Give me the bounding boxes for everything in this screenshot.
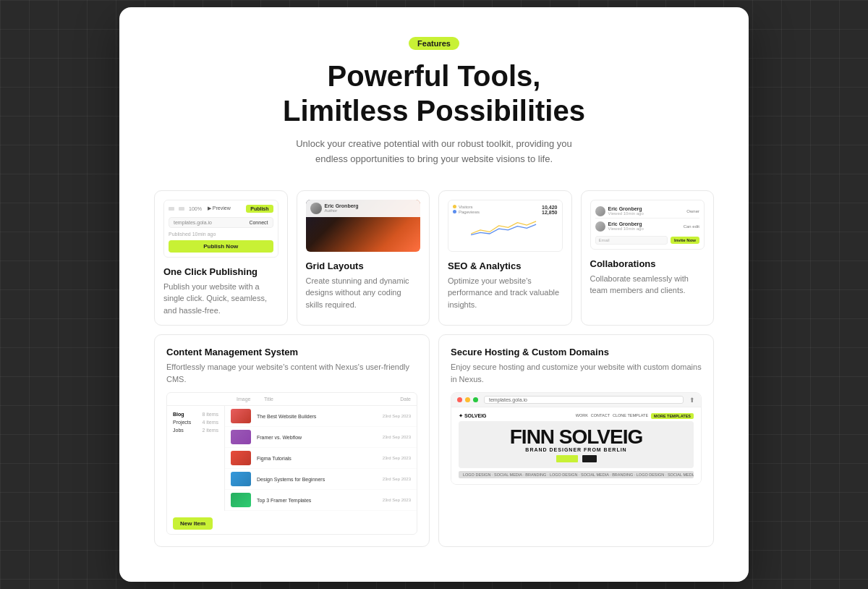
- pub-meta: Published 10min ago: [169, 232, 273, 237]
- pub-connect-btn[interactable]: Connect: [249, 220, 268, 225]
- hosting-hero-subtitle: BRAND DESIGNER FROM BERLIN: [464, 447, 688, 452]
- pub-percent: 100%: [189, 206, 202, 211]
- hosting-share-icon[interactable]: ⬆: [689, 397, 695, 404]
- card-title-cms: Content Management System: [166, 347, 417, 357]
- feature-card-collab: Eric Gronberg Viewed 10min ago Owner Eri…: [581, 190, 715, 326]
- maximize-icon[interactable]: [473, 397, 478, 402]
- card-title-seo: SEO & Analytics: [448, 260, 563, 271]
- card-desc-seo: Optimize your website's performance and …: [448, 275, 563, 311]
- cms-content: The Best Website Builders 23rd Sep 2023 …: [225, 406, 417, 511]
- cms-sidebar-blog[interactable]: Blog 8 items: [173, 410, 218, 418]
- minimize-icon[interactable]: [465, 397, 470, 402]
- seo-visitors-label: Visitors: [459, 205, 473, 209]
- cms-preview: Image Title Date Blog 8 items Projects 4…: [166, 392, 417, 535]
- card-desc-collab: Collaborate seamlessly with team members…: [590, 273, 705, 297]
- seo-pageviews-label: Pageviews: [459, 210, 480, 214]
- publishing-preview: 100% ▶ Preview Publish templates.gola.io…: [163, 200, 278, 258]
- grid-author-name: Eric Gronberg: [325, 203, 359, 208]
- collab-user2-time: Viewed 10min ago: [608, 226, 681, 231]
- close-icon[interactable]: [457, 397, 462, 402]
- cms-row: Framer vs. Webflow 23rd Sep 2023: [225, 427, 417, 448]
- hosting-site-logo: ✦ SOLVEIG: [459, 413, 487, 419]
- cms-sidebar: Blog 8 items Projects 4 items Jobs 2 ite…: [167, 406, 225, 511]
- card-title-hosting: Secure Hosting & Custom Domains: [451, 347, 702, 357]
- pub-preview-btn[interactable]: ▶ Preview: [208, 205, 231, 211]
- feature-card-grid: Eric Gronberg Author Grid Layouts Create…: [297, 190, 430, 326]
- seo-preview: Visitors Pageviews 10,420 12,850: [448, 200, 563, 252]
- card-title-grid: Grid Layouts: [306, 260, 421, 271]
- pub-now-btn[interactable]: Publish Now: [169, 240, 273, 253]
- collab-user1-role: Owner: [686, 209, 699, 213]
- seo-pageviews-value: 12,850: [542, 210, 557, 215]
- feature-card-seo: Visitors Pageviews 10,420 12,850: [438, 190, 572, 326]
- more-templates-btn[interactable]: MORE TEMPLATES: [651, 413, 694, 419]
- hosting-hero-name: FINN SOLVEIG: [464, 427, 688, 447]
- card-desc-publishing: Publish your website with a single click…: [163, 281, 278, 317]
- features-grid-top: 100% ▶ Preview Publish templates.gola.io…: [154, 190, 714, 326]
- cms-row: The Best Website Builders 23rd Sep 2023: [225, 406, 417, 427]
- subtitle: Unlock your creative potential with our …: [289, 137, 579, 167]
- hosting-hero: FINN SOLVEIG BRAND DESIGNER FROM BERLIN: [459, 421, 694, 468]
- hosting-nav-links: WORK CONTACT CLONE TEMPLATE MORE TEMPLAT…: [576, 413, 694, 419]
- collab-user2-role: Can edit: [684, 224, 699, 229]
- seo-visitors-value: 10,420: [542, 205, 557, 210]
- card-title-collab: Collaborations: [590, 258, 705, 269]
- main-window: Features Powerful Tools, Limitless Possi…: [119, 7, 749, 582]
- features-badge: Features: [409, 37, 459, 50]
- card-title-publishing: One Click Publishing: [163, 266, 278, 277]
- hosting-browser-bar: templates.gola.io ⬆: [451, 393, 701, 407]
- cms-row: Design Systems for Beginners 23rd Sep 20…: [225, 469, 417, 490]
- feature-card-hosting: Secure Hosting & Custom Domains Enjoy se…: [438, 334, 714, 547]
- hosting-preview: templates.gola.io ⬆ ✦ SOLVEIG WORK CONTA…: [451, 392, 702, 485]
- features-grid-bottom: Content Management System Effortlessly m…: [154, 334, 714, 547]
- cms-row: Top 3 Framer Templates 23rd Sep 2023: [225, 490, 417, 511]
- collab-preview: Eric Gronberg Viewed 10min ago Owner Eri…: [590, 200, 705, 250]
- collab-user1-name: Eric Gronberg: [608, 206, 684, 211]
- collab-user1-time: Viewed 10min ago: [608, 211, 684, 216]
- feature-card-cms: Content Management System Effortlessly m…: [154, 334, 430, 547]
- grid-preview: Eric Gronberg Author: [306, 200, 421, 252]
- page-header: Features Powerful Tools, Limitless Possi…: [154, 36, 714, 167]
- feature-card-publishing: 100% ▶ Preview Publish templates.gola.io…: [154, 190, 288, 326]
- collab-email-input[interactable]: Email: [595, 236, 668, 245]
- cms-new-btn[interactable]: New Item: [173, 517, 213, 530]
- main-title: Powerful Tools, Limitless Possibilities: [154, 59, 714, 128]
- collab-user2-name: Eric Gronberg: [608, 221, 681, 226]
- hosting-url[interactable]: templates.gola.io: [484, 396, 684, 404]
- grid-author-role: Author: [325, 208, 359, 213]
- collab-invite-btn[interactable]: Invite Now: [671, 237, 699, 244]
- card-desc-cms: Effortlessly manage your website's conte…: [166, 361, 417, 385]
- cms-row: Figma Tutorials 23rd Sep 2023: [225, 448, 417, 469]
- card-desc-grid: Create stunning and dynamic designs with…: [306, 275, 421, 311]
- pub-publish-btn[interactable]: Publish: [246, 205, 273, 213]
- cms-sidebar-jobs[interactable]: Jobs 2 items: [173, 426, 218, 434]
- cms-sidebar-projects[interactable]: Projects 4 items: [173, 418, 218, 426]
- card-desc-hosting: Enjoy secure hosting and customize your …: [451, 361, 702, 385]
- hosting-marquee: LOGO DESIGN · SOCIAL MEDIA · BRANDING · …: [459, 471, 694, 478]
- cms-footer: New Item: [167, 511, 417, 534]
- hosting-nav: ✦ SOLVEIG WORK CONTACT CLONE TEMPLATE MO…: [459, 413, 694, 419]
- seo-chart: [453, 216, 558, 238]
- pub-url: templates.gola.io: [174, 220, 212, 225]
- hosting-site-content: ✦ SOLVEIG WORK CONTACT CLONE TEMPLATE MO…: [451, 407, 701, 484]
